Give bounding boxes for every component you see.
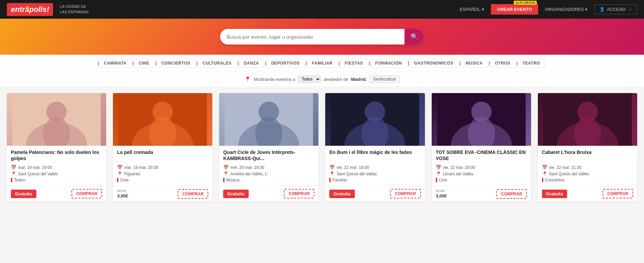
search-icon: 🔍 <box>411 33 418 40</box>
event-category: Conciertos <box>542 178 633 182</box>
event-date: 📅 mar. 19 mar. 20:30 <box>117 165 208 170</box>
organizadores-button[interactable]: ORGANIZADORES ▾ <box>545 7 588 12</box>
cat-conciertos[interactable]: CONCIERTOS <box>156 59 195 68</box>
chevron-down-icon: ▾ <box>585 7 588 12</box>
event-location: 📍 Sant Quirze del Vallès <box>542 171 633 176</box>
logo[interactable]: entrãpolis! <box>7 3 53 16</box>
search-bar: 🔍 <box>220 29 424 45</box>
comprar-button[interactable]: COMPRAR <box>178 189 208 199</box>
calendar-icon: 📅 <box>329 165 335 170</box>
search-button[interactable]: 🔍 <box>404 29 424 45</box>
cat-gastronomicos[interactable]: GASTRONÓMICOS <box>409 59 458 68</box>
location-bar: 📍 Mostrando eventos a Todos 10 km 25 km … <box>0 72 644 86</box>
event-title: Cabaret L'hora Bruixa <box>542 149 633 161</box>
calendar-icon: 📅 <box>223 165 229 170</box>
pin-icon: 📍 <box>223 171 229 176</box>
event-card: En Bum i el llibre màgic de les fades📅 v… <box>325 93 425 201</box>
comprar-button[interactable]: COMPRAR <box>390 189 421 198</box>
event-location: 📍 Ametlla del Vallès, L' <box>223 171 314 176</box>
price-amount: 3,00€ <box>117 193 128 198</box>
comprar-button[interactable]: COMPRAR <box>496 189 527 199</box>
category-bar <box>542 178 543 182</box>
price-wrap: desde3,00€ <box>436 189 447 199</box>
event-category: Música <box>223 178 314 182</box>
category-bar <box>117 178 118 182</box>
event-date: 📅 vie. 22 mar. 21:30 <box>542 165 633 170</box>
category-bar <box>11 178 12 182</box>
event-card: Pamela Palenciano: No solo duelen los go… <box>7 93 106 201</box>
language-button[interactable]: ESPAÑOL ▾ <box>460 7 484 12</box>
pin-icon: 📍 <box>542 171 547 176</box>
location-icon: 📍 <box>244 76 251 83</box>
cat-teatro[interactable]: TEATRO <box>517 59 545 68</box>
event-title: La pell cremada <box>117 149 208 161</box>
event-title: Quart Cicle de Joves Intèrprets-KAMBRASS… <box>223 149 314 161</box>
arrow-icon: → <box>628 7 632 12</box>
cat-musica[interactable]: MÚSICA <box>460 59 488 68</box>
category-bar <box>223 178 225 182</box>
event-footer: GratuitoCOMPRAR <box>219 186 318 201</box>
price-free-badge: Gratuito <box>329 190 355 198</box>
event-footer: GratuitoCOMPRAR <box>7 186 106 201</box>
event-title: Pamela Palenciano: No solo duelen los go… <box>11 149 102 161</box>
comprar-button[interactable]: COMPRAR <box>284 189 314 198</box>
calendar-icon: 📅 <box>436 165 441 170</box>
event-card: Quart Cicle de Joves Intèrprets-KAMBRASS… <box>219 93 318 201</box>
search-input[interactable] <box>220 29 404 45</box>
cat-caminata[interactable]: CAMINATA <box>99 59 132 68</box>
pin-icon: 📍 <box>117 171 122 176</box>
price-wrap: desde3,00€ <box>117 189 128 199</box>
event-date: 📅 mié. 20 mar. 19:30 <box>223 165 314 170</box>
calendar-icon: 📅 <box>117 165 122 170</box>
category-nav: CAMINATACINECONCIERTOSCULTURALESDANZADEP… <box>0 55 644 72</box>
alta-gratis-badge: ALTA GRATIS <box>514 1 537 5</box>
event-date: 📅 mar. 19 mar. 19:00 <box>11 165 102 170</box>
category-bar <box>436 178 437 182</box>
pin-icon: 📍 <box>329 171 335 176</box>
event-date: 📅 vie. 22 mar. 18:00 <box>329 165 420 170</box>
desde-label: desde <box>436 189 447 193</box>
acceso-button[interactable]: 👤 ACCESO → <box>594 4 637 14</box>
hero-section: 🔍 <box>0 19 644 55</box>
event-location: 📍 Llinars del Vallès <box>436 171 527 176</box>
event-title: TOT SOBRE EVA -CINEMA CLÀSSIC EN VOSE <box>436 149 527 161</box>
event-title: En Bum i el llibre màgic de les fades <box>329 149 420 161</box>
event-category: Cine <box>436 178 527 182</box>
user-icon: 👤 <box>599 7 605 12</box>
category-bar <box>329 178 331 182</box>
geolocalize-button[interactable]: Geolocalizar <box>369 75 400 83</box>
event-footer: desde3,00€COMPRAR <box>432 186 531 201</box>
events-section: Pamela Palenciano: No solo duelen los go… <box>0 86 644 208</box>
cat-otros[interactable]: OTROS <box>490 59 515 68</box>
main-header: entrãpolis! LA CIUDAD DE LAS ENTRADAS ES… <box>0 0 644 19</box>
calendar-icon: 📅 <box>11 165 16 170</box>
comprar-button[interactable]: COMPRAR <box>71 189 102 198</box>
event-location: 📍 Sant Quirze del Vallès <box>11 171 102 176</box>
pin-icon: 📍 <box>436 171 441 176</box>
event-category: Cine <box>117 178 208 182</box>
comprar-button[interactable]: COMPRAR <box>602 189 633 198</box>
chevron-down-icon: ▾ <box>482 7 484 12</box>
pin-icon: 📍 <box>11 171 16 176</box>
tagline: LA CIUDAD DE LAS ENTRADAS <box>60 4 88 15</box>
distance-select[interactable]: Todos 10 km 25 km 50 km <box>298 75 321 83</box>
event-footer: GratuitoCOMPRAR <box>538 186 637 201</box>
event-location: 📍 Figueres <box>117 171 208 176</box>
price-free-badge: Gratuito <box>11 190 36 198</box>
cat-formacion[interactable]: FORMACIÓN <box>370 59 407 68</box>
event-category: Familiar <box>329 178 420 182</box>
events-grid: Pamela Palenciano: No solo duelen los go… <box>7 93 637 201</box>
calendar-icon: 📅 <box>542 165 547 170</box>
cat-fiestas[interactable]: FIESTAS <box>340 59 368 68</box>
city-link[interactable]: Madrid. <box>351 77 367 82</box>
event-card: La pell cremada📅 mar. 19 mar. 20:30📍 Fig… <box>113 93 212 201</box>
crear-evento-button[interactable]: ALTA GRATIS CREAR EVENTO <box>491 4 538 15</box>
cat-culturales[interactable]: CULTURALES <box>197 59 236 68</box>
cat-danza[interactable]: DANZA <box>239 59 264 68</box>
desde-label: desde <box>117 189 128 193</box>
cat-familiar[interactable]: FAMILIAR <box>307 59 338 68</box>
cat-deportivos[interactable]: DEPORTIVOS <box>266 59 305 68</box>
event-footer: desde3,00€COMPRAR <box>113 186 212 201</box>
cat-cine[interactable]: CINE <box>134 59 154 68</box>
event-category: Teatro <box>11 178 102 182</box>
